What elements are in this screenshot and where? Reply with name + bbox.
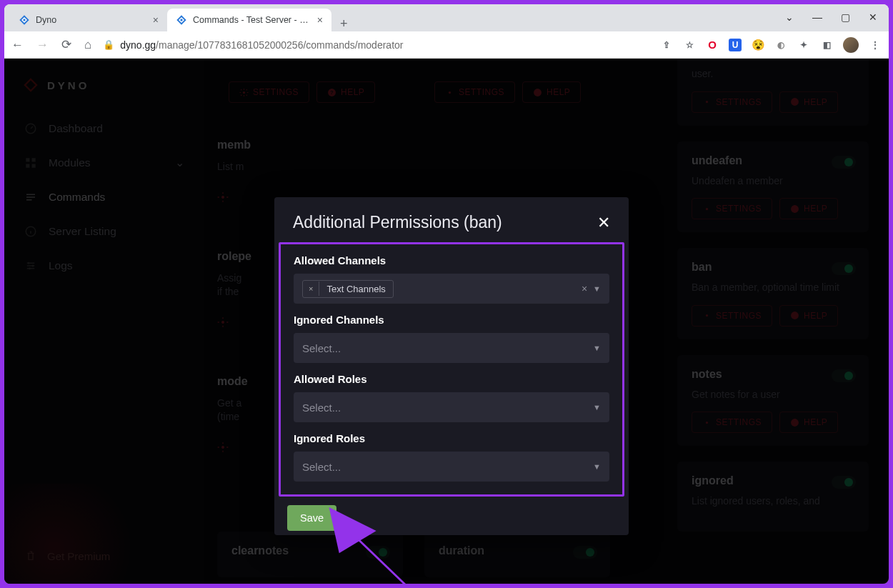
select-placeholder: Select... bbox=[302, 402, 341, 414]
allowed-roles-select[interactable]: Select... ▼ bbox=[294, 392, 609, 422]
window-maximize-icon[interactable]: ▢ bbox=[841, 11, 850, 23]
chip-remove-icon[interactable]: × bbox=[303, 281, 319, 296]
kebab-menu-icon[interactable]: ⋮ bbox=[869, 39, 882, 51]
extension-icon[interactable]: ◐ bbox=[774, 39, 787, 51]
chevron-down-icon[interactable]: ▼ bbox=[593, 403, 601, 412]
select-placeholder: Select... bbox=[302, 342, 341, 354]
share-icon[interactable]: ⇪ bbox=[660, 39, 673, 51]
sidepanel-icon[interactable]: ◧ bbox=[820, 39, 833, 51]
tab-close-icon[interactable]: × bbox=[317, 14, 323, 26]
ignored-roles-select[interactable]: Select... ▼ bbox=[294, 452, 609, 482]
profile-avatar[interactable] bbox=[843, 37, 859, 53]
close-icon[interactable]: ✕ bbox=[597, 214, 610, 232]
window-minimize-icon[interactable]: — bbox=[812, 11, 822, 23]
modal-title: Additional Permissions (ban) bbox=[293, 213, 502, 232]
channel-chip: × Text Channels bbox=[302, 280, 394, 298]
lock-icon: 🔒 bbox=[103, 39, 114, 50]
bookmark-icon[interactable]: ☆ bbox=[683, 39, 696, 51]
dyno-favicon-icon bbox=[19, 14, 30, 26]
ignored-channels-label: Ignored Channels bbox=[294, 314, 609, 326]
browser-actions: ⇪ ☆ O U 😵 ◐ ✦ ◧ ⋮ bbox=[660, 37, 882, 53]
chevron-down-icon[interactable]: ▼ bbox=[593, 284, 601, 293]
extension-ublock-icon[interactable]: U bbox=[729, 39, 742, 51]
tab-dyno[interactable]: Dyno × bbox=[10, 9, 167, 31]
url-domain: dyno.gg bbox=[120, 39, 156, 51]
extension-icon[interactable]: 😵 bbox=[752, 39, 764, 51]
window-controls: ⌄ — ▢ ✕ bbox=[785, 11, 877, 23]
select-placeholder: Select... bbox=[302, 461, 341, 473]
window-dropdown-icon[interactable]: ⌄ bbox=[785, 11, 794, 23]
tab-commands[interactable]: Commands - Test Server - Dyno × bbox=[167, 9, 331, 31]
clear-all-icon[interactable]: × bbox=[582, 283, 587, 294]
address-bar: ← → ⟳ ⌂ 🔒 dyno.gg/manage/107783168105200… bbox=[4, 31, 889, 59]
chip-label: Text Channels bbox=[319, 281, 392, 297]
tab-title: Commands - Test Server - Dyno bbox=[193, 15, 311, 25]
dyno-favicon-icon bbox=[176, 14, 187, 26]
chevron-down-icon[interactable]: ▼ bbox=[593, 344, 601, 352]
new-tab-button[interactable]: + bbox=[331, 16, 356, 31]
extensions-menu-icon[interactable]: ✦ bbox=[797, 39, 810, 51]
tab-title: Dyno bbox=[36, 15, 147, 25]
save-button[interactable]: Save bbox=[287, 505, 336, 531]
back-icon[interactable]: ← bbox=[11, 38, 24, 52]
tab-close-icon[interactable]: × bbox=[153, 14, 159, 26]
url-input[interactable]: 🔒 dyno.gg/manage/1077831681052000256/com… bbox=[100, 39, 652, 51]
opera-extension-icon[interactable]: O bbox=[706, 39, 719, 51]
ignored-channels-select[interactable]: Select... ▼ bbox=[294, 333, 609, 363]
tab-strip: Dyno × Commands - Test Server - Dyno × + bbox=[4, 4, 889, 31]
reload-icon[interactable]: ⟳ bbox=[61, 37, 71, 52]
allowed-roles-label: Allowed Roles bbox=[294, 373, 609, 385]
home-icon[interactable]: ⌂ bbox=[84, 38, 91, 52]
ignored-roles-label: Ignored Roles bbox=[294, 432, 609, 444]
modal-body: Allowed Channels × Text Channels × ▼ Ign… bbox=[279, 242, 624, 497]
additional-permissions-modal: Additional Permissions (ban) ✕ Allowed C… bbox=[274, 197, 629, 535]
allowed-channels-label: Allowed Channels bbox=[294, 254, 609, 266]
allowed-channels-select[interactable]: × Text Channels × ▼ bbox=[294, 274, 609, 304]
chevron-down-icon[interactable]: ▼ bbox=[593, 462, 601, 471]
window-close-icon[interactable]: ✕ bbox=[869, 11, 877, 23]
forward-icon: → bbox=[36, 38, 49, 52]
url-path: /manage/1077831681052000256/commands/mod… bbox=[156, 39, 403, 51]
